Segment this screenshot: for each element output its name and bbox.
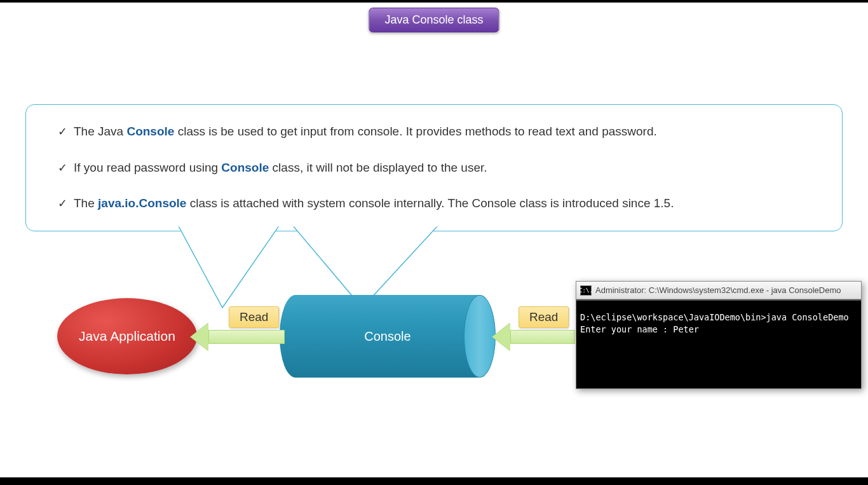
- cmd-titlebar: C:\. Administrator: C:\Windows\system32\…: [576, 282, 861, 299]
- callout-box: ✓The Java Console class is be used to ge…: [25, 104, 843, 231]
- read-label-2: Read: [519, 306, 569, 328]
- bullet-3: ✓The java.io.Console class is attached w…: [58, 195, 810, 213]
- cmd-content: D:\eclipse\workspace\JavaIODemo\bin>java…: [576, 299, 861, 388]
- console-node: Console: [280, 295, 496, 378]
- cmd-icon: C:\.: [580, 285, 592, 296]
- java-application-node: Java Application: [57, 298, 197, 374]
- check-icon: ✓: [58, 125, 67, 138]
- cmd-window: C:\. Administrator: C:\Windows\system32\…: [576, 281, 862, 389]
- bullet-1: ✓The Java Console class is be used to ge…: [58, 123, 810, 141]
- arrow-icon: [191, 327, 285, 346]
- check-icon: ✓: [58, 197, 67, 210]
- arrow-icon: [492, 327, 575, 346]
- read-label-1: Read: [229, 306, 279, 328]
- slide-title: Java Console class: [369, 8, 499, 32]
- cmd-title-text: Administrator: C:\Windows\system32\cmd.e…: [595, 285, 841, 295]
- bullet-2: ✓If you read password using Console clas…: [58, 159, 810, 177]
- check-icon: ✓: [58, 161, 67, 174]
